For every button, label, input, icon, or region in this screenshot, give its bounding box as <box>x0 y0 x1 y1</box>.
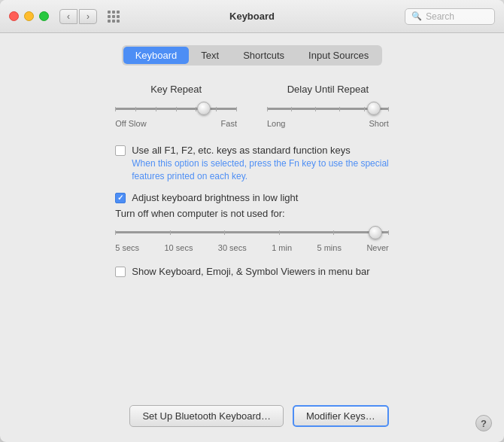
fn-keys-sublabel: When this option is selected, press the … <box>132 157 389 183</box>
delay-repeat-left-label: Long <box>267 119 285 128</box>
close-button[interactable] <box>9 11 19 21</box>
grid-icon[interactable] <box>108 11 120 23</box>
brightness-slider-group: 5 secs 10 secs 30 secs 1 min 5 mins Neve… <box>115 225 389 252</box>
show-viewers-checkbox[interactable] <box>115 267 126 277</box>
brightness-label-5s: 5 secs <box>115 243 139 252</box>
panel: Key Repeat <box>115 84 389 282</box>
key-repeat-left-label: Off Slow <box>115 119 146 128</box>
search-placeholder: Search <box>426 11 454 22</box>
delay-repeat-slider[interactable] <box>267 101 389 116</box>
maximize-button[interactable] <box>39 11 49 21</box>
brightness-label-never: Never <box>366 243 388 252</box>
tab-keyboard[interactable]: Keyboard <box>123 47 190 64</box>
delay-repeat-slider-labels: Long Short <box>267 119 389 128</box>
brightness-label-5m: 5 mins <box>317 243 342 252</box>
brightness-label-30s: 30 secs <box>218 243 247 252</box>
brightness-label-10s: 10 secs <box>164 243 193 252</box>
sliders-row: Key Repeat <box>115 84 389 128</box>
key-repeat-label: Key Repeat <box>115 84 237 95</box>
brightness-checkbox[interactable] <box>115 193 126 203</box>
key-repeat-thumb[interactable] <box>197 102 211 115</box>
back-button[interactable]: ‹ <box>59 9 77 24</box>
titlebar: ‹ › Keyboard 🔍 Search <box>0 0 504 33</box>
bottom-buttons: Set Up Bluetooth Keyboard… Modifier Keys… <box>115 390 389 427</box>
search-box[interactable]: 🔍 Search <box>405 8 495 25</box>
delay-repeat-track <box>267 108 389 110</box>
keyboard-preferences-window: ‹ › Keyboard 🔍 Search Keyboard Text Shor… <box>0 0 504 442</box>
fn-keys-label: Use all F1, F2, etc. keys as standard fu… <box>132 145 350 156</box>
window-content: Keyboard Text Shortcuts Input Sources Ke… <box>0 33 504 442</box>
fn-keys-row: Use all F1, F2, etc. keys as standard fu… <box>115 145 389 156</box>
show-viewers-row: Show Keyboard, Emoji, & Symbol Viewers i… <box>115 266 389 277</box>
modifier-keys-button[interactable]: Modifier Keys… <box>293 405 389 427</box>
delay-repeat-group: Delay Until Repeat <box>267 84 389 128</box>
brightness-label-1m: 1 min <box>272 243 292 252</box>
turnoff-label: Turn off when computer is not used for: <box>115 208 389 219</box>
content-area: Keyboard Text Shortcuts Input Sources Ke… <box>93 33 411 442</box>
key-repeat-track <box>115 108 237 110</box>
delay-repeat-label: Delay Until Repeat <box>267 84 389 95</box>
brightness-row: Adjust keyboard brightness in low light <box>115 192 389 203</box>
nav-buttons: ‹ › <box>59 9 97 24</box>
key-repeat-slider[interactable] <box>115 101 237 116</box>
tab-shortcuts[interactable]: Shortcuts <box>231 47 296 64</box>
brightness-slider[interactable] <box>115 225 389 240</box>
tab-input-sources[interactable]: Input Sources <box>296 47 381 64</box>
key-repeat-right-label: Fast <box>221 119 237 128</box>
forward-button[interactable]: › <box>79 9 97 24</box>
traffic-lights <box>9 11 49 21</box>
help-button[interactable]: ? <box>475 415 492 431</box>
key-repeat-slider-labels: Off Slow Fast <box>115 119 237 128</box>
delay-repeat-thumb[interactable] <box>367 102 381 115</box>
fn-keys-checkbox[interactable] <box>115 145 126 156</box>
window-title: Keyboard <box>229 11 275 22</box>
show-viewers-label: Show Keyboard, Emoji, & Symbol Viewers i… <box>132 266 369 277</box>
bluetooth-button[interactable]: Set Up Bluetooth Keyboard… <box>129 405 284 427</box>
minimize-button[interactable] <box>24 11 34 21</box>
key-repeat-group: Key Repeat <box>115 84 237 128</box>
delay-repeat-right-label: Short <box>369 119 388 128</box>
tab-text[interactable]: Text <box>189 47 231 64</box>
brightness-track <box>115 231 389 233</box>
search-icon: 🔍 <box>411 11 422 21</box>
tab-bar: Keyboard Text Shortcuts Input Sources <box>122 45 383 66</box>
brightness-slider-labels: 5 secs 10 secs 30 secs 1 min 5 mins Neve… <box>115 243 389 252</box>
brightness-thumb[interactable] <box>369 226 382 239</box>
brightness-label: Adjust keyboard brightness in low light <box>132 192 298 203</box>
